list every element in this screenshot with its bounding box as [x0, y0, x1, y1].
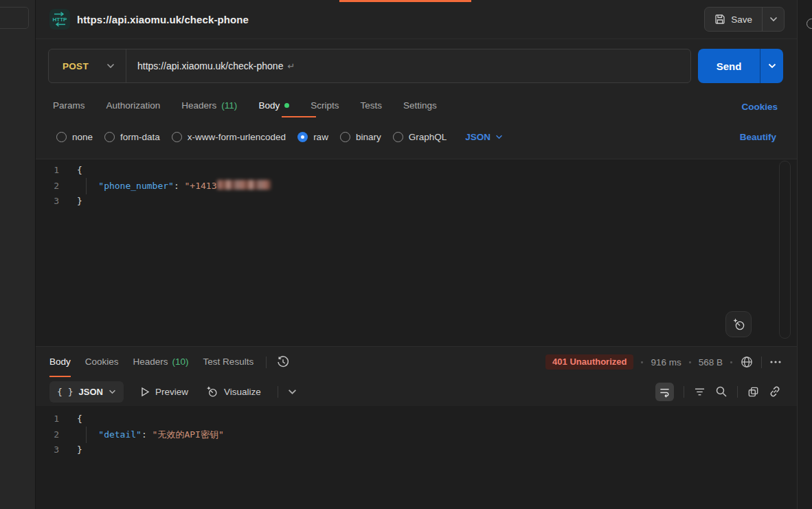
right-rail	[797, 0, 812, 509]
http-arrows-icon: HTTP	[50, 10, 69, 29]
request-tabs: Params Authorization Headers (11) Body S…	[36, 95, 797, 119]
more-options-icon[interactable]	[769, 360, 782, 364]
response-size[interactable]: 568 B	[699, 357, 723, 367]
radio-icon	[340, 132, 350, 142]
chevron-down-icon	[495, 135, 503, 139]
separator-dot	[689, 361, 691, 363]
beautify-link[interactable]: Beautify	[740, 132, 776, 142]
response-headers-count: (10)	[172, 357, 189, 367]
save-button[interactable]: Save	[705, 8, 762, 31]
preview-button[interactable]: Preview	[140, 387, 188, 397]
radio-icon	[56, 132, 67, 142]
request-body-editor[interactable]: 1 { 2 "phone_number": "+1413 3 }	[36, 159, 797, 347]
request-title: https://api.xiaomu.uk/check-phone	[77, 14, 249, 25]
radio-icon	[172, 132, 182, 142]
postbot-ai-button[interactable]	[725, 311, 752, 337]
play-icon	[140, 387, 150, 397]
save-floppy-icon	[714, 14, 725, 25]
search-icon[interactable]	[715, 385, 728, 398]
json-key: "detail"	[98, 429, 142, 440]
link-icon[interactable]	[769, 385, 781, 398]
response-editor-tools	[655, 383, 781, 401]
language-select[interactable]: JSON	[465, 132, 503, 142]
save-button-group: Save	[704, 7, 785, 32]
radio-icon	[104, 132, 115, 142]
indent-guide	[86, 178, 87, 195]
response-tab-body[interactable]: Body	[49, 347, 71, 377]
send-options-caret[interactable]	[760, 49, 783, 83]
method-selector[interactable]: POST	[49, 61, 106, 71]
active-tab-underline	[282, 116, 316, 117]
network-globe-icon[interactable]	[740, 355, 754, 369]
body-type-row: none form-data x-www-form-urlencoded raw…	[36, 125, 797, 148]
json-value-visible: "+1413	[185, 181, 217, 191]
copy-icon[interactable]	[747, 386, 759, 398]
code-line: 2 "phone_number": "+1413	[36, 179, 797, 194]
method-caret[interactable]	[106, 63, 115, 69]
braces-icon: { }	[57, 387, 73, 397]
left-sidebar	[0, 0, 36, 509]
bodytype-form-data[interactable]: form-data	[104, 132, 160, 142]
radio-icon	[393, 132, 403, 142]
send-button-group: Send	[698, 49, 783, 83]
divider	[278, 386, 278, 398]
code-line: 3 }	[36, 194, 797, 210]
bodytype-none[interactable]: none	[56, 132, 93, 142]
tab-authorization[interactable]: Authorization	[106, 95, 161, 119]
chevron-down-icon	[288, 389, 297, 395]
sidebar-collapsed-item[interactable]	[0, 7, 29, 29]
response-toolbar: { } JSON Preview Visualize	[36, 377, 797, 406]
request-url-row: POST https://api.xiaomu.uk/check-phone ↵…	[48, 49, 783, 83]
separator-dot	[641, 361, 643, 363]
response-history-group	[266, 355, 290, 369]
cookies-link[interactable]: Cookies	[741, 102, 778, 112]
visualize-button[interactable]: Visualize	[205, 385, 261, 398]
request-header: HTTP https://api.xiaomu.uk/check-phone S…	[36, 0, 797, 39]
save-button-label: Save	[731, 14, 752, 25]
response-meta: 401 Unauthorized 916 ms 568 B	[545, 354, 782, 370]
indent-guide	[86, 427, 87, 444]
http-request-icon: HTTP	[49, 9, 70, 30]
send-button[interactable]: Send	[698, 49, 760, 83]
response-body-editor[interactable]: 1 { 2 "detail": "无效的API密钥" 3 }	[36, 406, 797, 509]
response-tab-cookies[interactable]: Cookies	[85, 347, 119, 377]
tab-tests[interactable]: Tests	[360, 95, 382, 119]
tab-scripts[interactable]: Scripts	[311, 95, 339, 119]
response-tab-test-results[interactable]: Test Results	[203, 347, 254, 377]
json-value: "无效的API密钥"	[153, 429, 224, 440]
bodytype-raw[interactable]: raw	[297, 132, 328, 142]
json-key: "phone_number"	[98, 181, 174, 191]
history-icon[interactable]	[276, 355, 290, 369]
bodytype-urlencoded[interactable]: x-www-form-urlencoded	[172, 132, 286, 142]
bodytype-graphql[interactable]: GraphQL	[393, 132, 447, 142]
response-tab-headers[interactable]: Headers (10)	[133, 347, 189, 377]
bodytype-binary[interactable]: binary	[340, 132, 381, 142]
response-format-select[interactable]: { } JSON	[49, 381, 124, 403]
save-options-caret[interactable]	[762, 8, 784, 31]
collapse-toolbar-caret[interactable]	[288, 389, 297, 395]
wrap-text-icon[interactable]	[655, 383, 674, 401]
separator-dot	[730, 361, 732, 363]
chevron-down-icon	[106, 63, 115, 69]
chevron-down-icon	[768, 63, 776, 69]
filter-icon[interactable]	[694, 387, 706, 397]
tab-headers[interactable]: Headers (11)	[181, 95, 237, 119]
visualize-sparkle-icon	[205, 385, 218, 398]
postbot-sparkle-icon	[731, 317, 746, 332]
code-line: 1 {	[36, 163, 797, 179]
radio-selected-icon	[297, 132, 308, 142]
editor-scrollbar[interactable]	[779, 161, 791, 339]
app-window: HTTP https://api.xiaomu.uk/check-phone S…	[0, 0, 812, 509]
rail-partial-icon[interactable]	[807, 19, 812, 29]
chevron-down-icon	[769, 16, 778, 22]
tab-body[interactable]: Body	[258, 95, 289, 119]
chevron-down-icon	[109, 389, 116, 394]
tab-params[interactable]: Params	[53, 95, 85, 119]
status-badge[interactable]: 401 Unauthorized	[545, 354, 633, 370]
headers-count: (11)	[221, 100, 237, 111]
tab-settings[interactable]: Settings	[403, 95, 437, 119]
response-time[interactable]: 916 ms	[651, 357, 681, 367]
divider	[266, 357, 267, 368]
response-tabs: Body Cookies Headers (10) Test Results	[49, 347, 253, 377]
url-input[interactable]: https://api.xiaomu.uk/check-phone	[126, 60, 283, 71]
